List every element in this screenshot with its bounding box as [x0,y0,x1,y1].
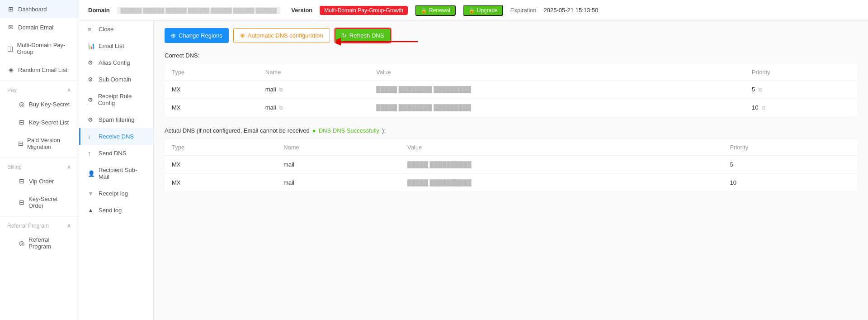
close-nav-icon: ≡ [88,26,95,33]
actual-dns-col-type: Type [165,139,276,156]
actual-dns-col-name: Name [276,139,400,156]
correct-dns-row1-value: █████ ████████ █████████ [369,81,745,99]
actual-dns-row2-value: █████ ██████████ [400,174,723,192]
domain-value: ██████ ██████ ██████ ██████ ██████ █████… [117,7,281,14]
referral-icon: ◎ [18,239,25,247]
sidebar-item-key-secret-list[interactable]: ⊟ Key-Secret List [0,113,79,131]
multi-domain-icon: ◫ [7,45,13,52]
receipt-log-collapse-icon: ▼ [88,190,95,197]
copy-icon-priority-2[interactable]: ⧉ [762,105,765,110]
correct-dns-row1-priority: 5 ⧉ [745,81,857,99]
receipt-rule-icon: ⚙ [88,96,94,103]
dns-success-dot: ● [312,127,316,134]
upgrade-button[interactable]: 🔒 Upgrade [463,5,503,16]
dns-success-text: DNS DNS Successfully [319,127,379,134]
actual-dns-col-value: Value [400,139,723,156]
correct-dns-col-value: Value [369,64,745,81]
pay-chevron-icon: ∧ [67,86,71,93]
renewal-button[interactable]: 🔒 Renewal [415,5,456,16]
correct-dns-table: Type Name Value Priority MX mail ⧉ █████… [165,64,857,116]
correct-dns-row1-name: mail ⧉ [258,81,369,99]
correct-dns-row-1: MX mail ⧉ █████ ████████ █████████ 5 ⧉ [165,81,857,99]
sub-nav-receipt-rule[interactable]: ⚙ Receipt Rule Config [79,88,153,111]
copy-icon-priority-1[interactable]: ⧉ [759,87,762,92]
actual-dns-row1-name: mail [276,156,400,174]
actual-dns-row1-type: MX [165,156,276,174]
actual-dns-row1-value: █████ ██████████ [400,156,723,174]
sidebar-item-vip-order[interactable]: ⊟ Vip Order [0,172,79,190]
billing-section[interactable]: Billing ∧ [0,160,79,172]
actual-dns-title: Actual DNS (if not configured, Email can… [165,127,857,134]
change-regions-icon: ⊕ [171,32,176,39]
random-email-icon: ◈ [7,66,14,73]
change-regions-button[interactable]: ⊕ Change Regions [165,28,229,43]
main-area: Domain ██████ ██████ ██████ ██████ █████… [79,0,868,320]
correct-dns-title: Correct DNS: [165,52,857,59]
copy-icon-2[interactable]: ⧉ [279,105,283,110]
sub-nav-recipient-submail[interactable]: 👤 Recipient Sub-Mail [79,162,153,185]
referral-section[interactable]: Referral Program ∧ [0,219,79,231]
sub-nav-receipt-log[interactable]: ▼ Receipt log [79,185,153,202]
sidebar-item-paid-version[interactable]: ⊟ Paid Version Migration [0,131,79,156]
sub-nav-spam-filtering[interactable]: ⚙ Spam filtering [79,111,153,128]
send-log-expand-icon: ▲ [88,207,95,214]
sidebar-item-key-secret-order[interactable]: ⊟ Key-Secret Order [0,190,79,215]
version-label: Version [291,7,312,14]
domain-label: Domain [88,7,110,14]
sidebar-item-multi-domain[interactable]: ◫ Multi-Domain Pay-Group [0,36,79,61]
copy-icon-1[interactable]: ⧉ [279,87,283,92]
spam-filtering-icon: ⚙ [88,116,95,123]
sub-nav-email-list[interactable]: 📊 Email List [79,38,153,54]
actual-dns-row2-priority: 10 [722,174,857,192]
expiration-label: Expiration [510,7,537,14]
content-area: ≡ Close 📊 Email List ⚙ Alias Config ⚙ Su… [79,21,868,320]
correct-dns-col-priority: Priority [745,64,857,81]
sub-nav-alias-config[interactable]: ⚙ Alias Config [79,54,153,71]
recipient-submail-icon: 👤 [88,170,95,177]
version-badge: Multi-Domain Pay-Group-Growth [320,6,408,15]
sidebar-item-random-email[interactable]: ◈ Random Email List [0,61,79,79]
sidebar-item-buy-key-secret[interactable]: ◎ Buy Key-Secret [0,95,79,113]
refresh-dns-button[interactable]: ↻ Refresh DNS [335,28,392,43]
actual-dns-row-1: MX mail █████ ██████████ 5 [165,156,857,174]
topbar: Domain ██████ ██████ ██████ ██████ █████… [79,0,868,21]
vip-order-icon: ⊟ [18,177,25,185]
actual-dns-col-priority: Priority [722,139,857,156]
actual-dns-row1-priority: 5 [722,156,857,174]
pay-section[interactable]: Pay ∧ [0,83,79,95]
sub-nav-close[interactable]: ≡ Close [79,21,153,38]
auto-dns-button[interactable]: ⊕ Automatic DNS configuration [233,28,330,43]
expiration-value: 2025-05-21 15:13:50 [544,7,599,14]
lock-icon: 🔒 [420,7,427,14]
correct-dns-row1-type: MX [165,81,258,99]
receive-dns-icon: ↓ [88,133,95,140]
sidebar-item-referral-program[interactable]: ◎ Referral Program [0,231,79,255]
page-content: ⊕ Change Regions ⊕ Automatic DNS configu… [154,21,868,320]
correct-dns-row-2: MX mail ⧉ █████ ████████ █████████ 10 ⧉ [165,99,857,117]
actual-dns-row2-name: mail [276,174,400,192]
actual-dns-table: Type Name Value Priority MX mail █████ █… [165,139,857,191]
sub-nav-sub-domain[interactable]: ⚙ Sub-Domain [79,71,153,88]
sub-nav-send-log[interactable]: ▲ Send log [79,202,153,219]
domain-email-icon: ✉ [7,24,14,31]
upgrade-lock-icon: 🔒 [468,7,475,14]
correct-dns-row2-priority: 10 ⧉ [745,99,857,117]
sub-nav-send-dns[interactable]: ↑ Send DNS [79,145,153,162]
correct-dns-row2-type: MX [165,99,258,117]
sidebar-item-domain-email[interactable]: ✉ Domain Email [0,18,79,36]
auto-dns-icon: ⊕ [240,32,245,39]
key-secret-list-icon: ⊟ [18,119,25,126]
key-secret-order-icon: ⊟ [18,199,25,206]
alias-config-icon: ⚙ [88,59,95,66]
sidebar-item-dashboard[interactable]: ⊞ Dashboard [0,0,79,18]
correct-dns-col-name: Name [258,64,369,81]
correct-dns-row2-name: mail ⧉ [258,99,369,117]
send-dns-icon: ↑ [88,150,95,157]
correct-dns-row2-value: █████ ████████ █████████ [369,99,745,117]
refresh-dns-icon: ↻ [342,32,347,39]
sub-nav-receive-dns[interactable]: ↓ Receive DNS [79,128,153,145]
action-buttons-row: ⊕ Change Regions ⊕ Automatic DNS configu… [165,28,857,43]
actual-dns-row2-type: MX [165,174,276,192]
email-list-icon: 📊 [88,43,95,49]
buy-key-icon: ◎ [18,100,25,108]
